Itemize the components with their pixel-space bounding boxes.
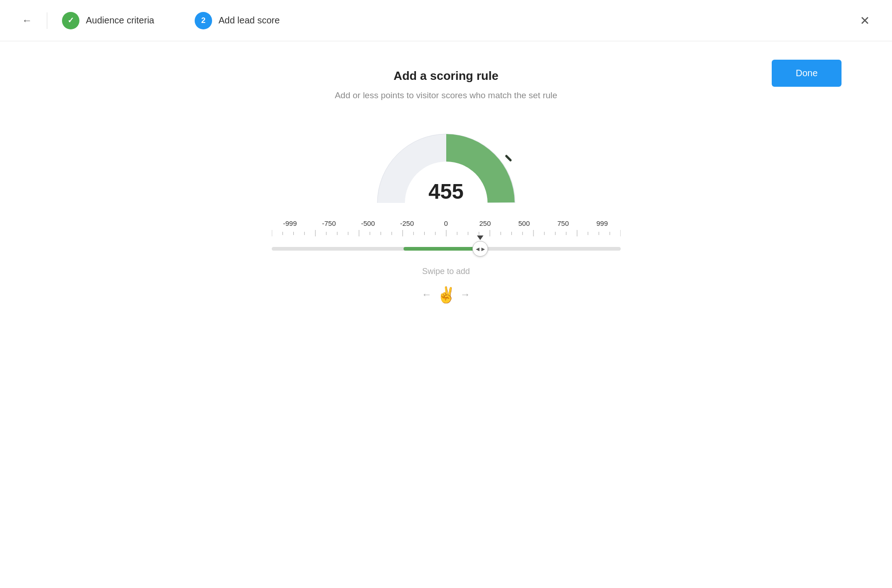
header: ← ✓ Audience criteria 2 Add lead score ✕ <box>0 0 892 41</box>
hand-icon: ✌ <box>437 286 456 304</box>
tick-marks-svg <box>272 230 621 240</box>
step1-badge: ✓ <box>62 12 79 29</box>
main-content: Done Add a scoring rule Add or less poin… <box>0 41 892 304</box>
slider-thumb-pointer <box>477 235 483 240</box>
close-button[interactable]: ✕ <box>860 15 870 27</box>
step2-badge: 2 <box>195 12 212 29</box>
step1: ✓ Audience criteria <box>62 12 154 29</box>
tick-label-1: -750 <box>311 219 348 227</box>
tick-label-6: 500 <box>506 219 543 227</box>
done-button[interactable]: Done <box>772 60 842 87</box>
tick-label-2: -500 <box>350 219 387 227</box>
gauge-widget: 455 <box>364 123 529 207</box>
section-title: Add a scoring rule <box>393 69 498 83</box>
slider-section: -999 -750 -500 -250 0 250 500 750 999 <box>272 219 621 304</box>
section-subtitle: Add or less points to visitor scores who… <box>335 90 557 101</box>
tick-label-3: -250 <box>389 219 426 227</box>
tick-labels: -999 -750 -500 -250 0 250 500 750 999 <box>272 219 621 227</box>
swipe-icon: ← ✌ → <box>422 286 471 304</box>
arrow-right-icon: → <box>460 289 471 301</box>
tick-marks <box>272 230 621 240</box>
step2-label: Add lead score <box>219 15 280 26</box>
header-left: ← ✓ Audience criteria 2 Add lead score <box>22 12 280 29</box>
back-button[interactable]: ← <box>22 15 32 27</box>
step2: 2 Add lead score <box>195 12 280 29</box>
tick-label-4: 0 <box>428 219 465 227</box>
tick-label-8: 999 <box>584 219 621 227</box>
header-divider <box>47 12 47 29</box>
tick-label-0: -999 <box>272 219 309 227</box>
slider-fill <box>404 247 480 251</box>
svg-line-0 <box>506 156 511 160</box>
tick-label-7: 750 <box>545 219 582 227</box>
done-button-wrap: Done <box>772 60 842 87</box>
slider-thumb[interactable]: ◄► <box>472 241 488 257</box>
step1-label: Audience criteria <box>86 15 154 26</box>
slider-track[interactable]: ◄► <box>272 242 621 256</box>
arrow-left-icon: ← <box>422 289 432 301</box>
swipe-label: Swipe to add <box>422 267 470 276</box>
slider-thumb-arrows: ◄► <box>475 246 486 252</box>
tick-label-5: 250 <box>467 219 504 227</box>
gauge-value: 455 <box>428 179 464 204</box>
